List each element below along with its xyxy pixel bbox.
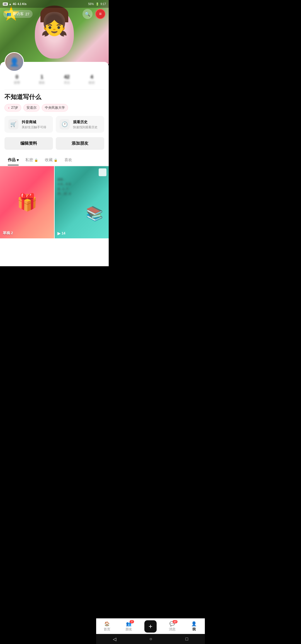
status-right: 56% 🔋 9:17 (88, 3, 106, 6)
tab-likes-label: 喜欢 (64, 158, 72, 163)
search-button[interactable]: 🔍 (82, 9, 93, 19)
signal-icon: ▲ (9, 3, 12, 6)
history-subtitle: 快速找到观看历史 (73, 125, 98, 129)
edit-profile-button[interactable]: 编辑资料 (4, 137, 53, 150)
stat-following-num: 42 (54, 74, 79, 80)
shop-card[interactable]: 🛒 抖音商城 美好生活触手可得 (4, 116, 53, 133)
grid-item-video[interactable]: 📚 @菠... 今天... 6 天 还...1...? 20... 12...d… (55, 166, 109, 238)
video-text-line-3: 还...1...? (57, 187, 106, 191)
profile-section: 👤 0 获赞 1 朋友 42 关注 4 粉丝 不知道写什么 ♀ 27岁 安道尔 (0, 62, 109, 266)
stat-followers-num: 4 (79, 74, 105, 80)
tag-school[interactable]: 中央民族大学 (42, 104, 68, 112)
history-text: 观看历史 快速找到观看历史 (73, 120, 98, 129)
video-text-line-2: 今天... 6 天 (57, 182, 106, 186)
tabs-row: 作品 ▾ 私密 🔒 收藏 🔒 喜欢 (0, 155, 109, 166)
top-actions: 👥 新访客 27 🔍 ≡ (0, 9, 109, 19)
menu-icon: ≡ (99, 11, 101, 16)
stat-friends-label: 朋友 (30, 81, 55, 85)
tab-private-lock-icon: 🔒 (34, 158, 38, 162)
battery-label: 56% (88, 3, 94, 6)
tag-location[interactable]: 安道尔 (23, 104, 40, 112)
tab-likes[interactable]: 喜欢 (61, 155, 76, 165)
action-row: 编辑资料 添加朋友 (4, 137, 104, 150)
shop-subtitle: 美好生活触手可得 (22, 125, 46, 129)
draft-emoji: 🎁 (17, 192, 38, 212)
visitor-icon: 👥 (7, 12, 11, 16)
tab-works-arrow: ▾ (17, 158, 19, 162)
status-bar: HD ▲ 4G 4.1 K/s 56% 🔋 9:17 (0, 0, 109, 8)
video-text-block: @菠... 今天... 6 天 还...1...? 20... 12...d (57, 177, 106, 196)
tab-private[interactable]: 私密 🔒 (22, 155, 42, 165)
stat-likes[interactable]: 0 获赞 (4, 74, 30, 85)
network-icon: 4G (13, 3, 16, 6)
tag-age-label: 27岁 (11, 105, 18, 110)
history-title: 观看历史 (73, 120, 98, 125)
tab-works[interactable]: 作品 ▾ (4, 155, 22, 165)
stat-likes-label: 获赞 (4, 81, 30, 85)
video-text-3: 还...1...? (57, 187, 68, 191)
battery-icon: 🔋 (96, 3, 99, 6)
visitor-count: 27 (25, 12, 29, 16)
video-text-line-4: 20... 12...d (57, 192, 106, 196)
shop-icon: 🛒 (8, 119, 18, 129)
stat-followers[interactable]: 4 粉丝 (79, 74, 105, 85)
tab-private-label: 私密 (25, 158, 33, 163)
avatar-image: 👤 (5, 53, 23, 71)
avatar[interactable]: 👤 (4, 52, 24, 72)
shop-title: 抖音商城 (22, 120, 46, 125)
video-emoji: 📚 (86, 205, 103, 222)
tag-location-label: 安道尔 (26, 105, 37, 110)
time-display: 9:17 (101, 3, 106, 6)
feature-row: 🛒 抖音商城 美好生活触手可得 🕐 观看历史 快速找到观看历史 (4, 116, 104, 133)
stat-following-label: 关注 (54, 81, 79, 85)
status-left: HD ▲ 4G 4.1 K/s (3, 3, 26, 6)
menu-button[interactable]: ≡ (95, 9, 105, 19)
visitor-label: 新访客 (13, 11, 24, 16)
hd-badge: HD (3, 3, 8, 6)
video-text-2: 今天... 6 天 (57, 182, 71, 186)
tab-favorites-lock-icon: 🔒 (54, 158, 58, 162)
video-text-1: @菠... (57, 177, 65, 181)
tags-row: ♀ 27岁 安道尔 中央民族大学 (4, 104, 104, 112)
video-overlay-box (99, 168, 106, 176)
history-card[interactable]: 🕐 观看历史 快速找到观看历史 (56, 116, 104, 133)
shop-text: 抖音商城 美好生活触手可得 (22, 120, 46, 129)
tab-favorites-label: 收藏 (45, 158, 53, 163)
tab-works-label: 作品 (8, 158, 16, 163)
grid-item-video-bg: 📚 (55, 166, 109, 238)
stat-likes-num: 0 (4, 74, 30, 80)
username: 不知道写什么 (4, 93, 104, 101)
video-text-4: 20... 12...d (57, 192, 71, 196)
video-text-line-1: @菠... (57, 177, 106, 181)
history-icon: 🕐 (60, 119, 70, 129)
stat-following[interactable]: 42 关注 (54, 74, 79, 85)
grid-item-draft-bg: 🎁 (0, 166, 54, 238)
speed-indicator: 4.1 K/s (18, 3, 26, 6)
gender-icon: ♀ (8, 106, 10, 110)
add-friend-button[interactable]: 添加朋友 (56, 137, 104, 150)
stat-followers-label: 粉丝 (79, 81, 105, 85)
grid-item-draft[interactable]: 🎁 草稿 2 (0, 166, 54, 238)
visitor-badge[interactable]: 👥 新访客 27 (3, 10, 33, 18)
tab-favorites[interactable]: 收藏 🔒 (42, 155, 61, 165)
search-icon: 🔍 (85, 11, 90, 17)
tag-age[interactable]: ♀ 27岁 (4, 104, 21, 112)
stat-friends[interactable]: 1 朋友 (30, 74, 55, 85)
play-count-num: 14 (62, 231, 65, 235)
tag-school-label: 中央民族大学 (45, 105, 65, 110)
stat-friends-num: 1 (30, 74, 55, 80)
draft-label: 草稿 2 (3, 231, 13, 236)
play-icon: ▶ (57, 231, 60, 236)
content-grid: 🎁 草稿 2 📚 @菠... 今天... 6 天 还...1...? (0, 166, 109, 238)
play-count: ▶ 14 (57, 231, 65, 236)
